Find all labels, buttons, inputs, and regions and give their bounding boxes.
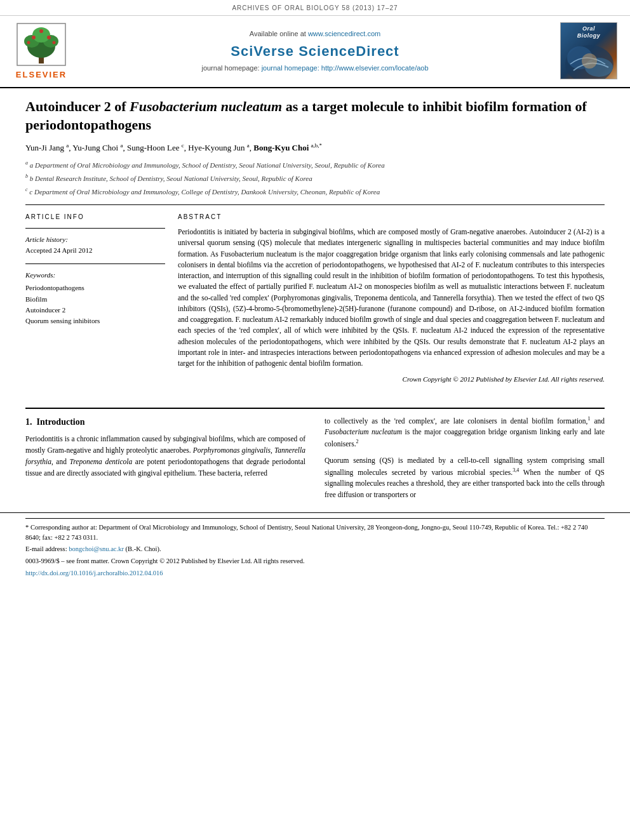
email-footnote: E-mail address: bongchoi@snu.ac.kr (B.-K… <box>25 544 605 554</box>
body-columns: 1. Introduction Periodontitis is a chron… <box>0 415 630 506</box>
journal-bar-text: Archives of Oral Biology 58 (2013) 17–27 <box>232 4 398 11</box>
keyword-4: Quorum sensing inhibitors <box>25 316 165 326</box>
article-info-label: Article Info <box>25 213 165 222</box>
svg-point-8 <box>27 41 30 44</box>
journal-header: ELSEVIER Available online at www.science… <box>0 16 630 88</box>
svg-point-6 <box>47 36 51 39</box>
copyright-text: Crown Copyright © 2012 Published by Else… <box>178 374 605 385</box>
section-1-heading: 1. Introduction <box>25 415 305 429</box>
journal-homepage: journal homepage: journal homepage: http… <box>201 63 428 73</box>
authors-line: Yun-Ji Jang a, Yu-Jung Choi a, Sung-Hoon… <box>25 142 605 154</box>
journal-homepage-url[interactable]: journal homepage: http://www.elsevier.co… <box>262 64 429 72</box>
article-history: Article history: Accepted 24 April 2012 <box>25 235 165 256</box>
svg-point-5 <box>32 36 36 39</box>
abstract-label: Abstract <box>178 213 605 222</box>
accepted-date: Accepted 24 April 2012 <box>25 246 165 255</box>
keyword-3: Autoinducer 2 <box>25 305 165 316</box>
oral-biology-cover: Oral Biology <box>560 22 617 79</box>
doi-link: http://dx.doi.org/10.1016/j.archoralbio.… <box>25 568 605 578</box>
sciverse-title: SciVerse ScienceDirect <box>231 42 399 62</box>
divider-keywords <box>25 263 165 264</box>
footnote-section: * Corresponding author at: Department of… <box>0 512 630 588</box>
page: Archives of Oral Biology 58 (2013) 17–27 <box>0 0 630 840</box>
doi-line: 0003-9969/$ – see front matter. Crown Co… <box>25 556 605 566</box>
cover-image-icon <box>561 36 617 79</box>
svg-point-14 <box>582 53 597 69</box>
history-label: Article history: <box>25 235 165 244</box>
abstract-paragraph: Periodontitis is initiated by bacteria i… <box>178 227 605 369</box>
body-col-right: to collectively as the 'red complex', ar… <box>325 415 605 506</box>
info-abstract-columns: Article Info Article history: Accepted 2… <box>25 213 605 389</box>
intro-paragraph-left: Periodontitis is a chronic inflammation … <box>25 434 305 479</box>
affiliation-b-text: b Dental Research Institute, School of D… <box>30 175 312 182</box>
article-info-column: Article Info Article history: Accepted 2… <box>25 213 165 389</box>
svg-point-9 <box>53 41 56 44</box>
keyword-1: Periodontopathogens <box>25 283 165 293</box>
article-content: Autoinducer 2 of Fusobacterium nucleatum… <box>0 88 630 401</box>
affiliation-c-text: c Department of Oral Microbiology and Im… <box>29 188 380 196</box>
abstract-column: Abstract Periodontitis is initiated by b… <box>178 213 605 389</box>
available-online-text: Available online at www.sciencedirect.co… <box>250 29 380 39</box>
elsevier-wordmark: ELSEVIER <box>16 69 67 81</box>
journal-center-info: Available online at www.sciencedirect.co… <box>76 22 554 81</box>
intro-paragraph-right-2: Quorum sensing (QS) is mediated by a cel… <box>325 455 605 501</box>
affiliation-a-text: a Department of Oral Microbiology and Im… <box>30 161 385 169</box>
sciverse-url[interactable]: www.sciencedirect.com <box>308 30 380 37</box>
keyword-2: Biofilm <box>25 294 165 305</box>
corresponding-author-footnote: * Corresponding author at: Department of… <box>25 523 605 543</box>
divider-after-affiliations <box>25 204 605 205</box>
doi-url[interactable]: http://dx.doi.org/10.1016/j.archoralbio.… <box>25 570 163 577</box>
affiliation-a: a a Department of Oral Microbiology and … <box>25 159 605 170</box>
section-1-title: Introduction <box>37 417 85 427</box>
body-col-left: 1. Introduction Periodontitis is a chron… <box>25 415 305 506</box>
abstract-text: Periodontitis is initiated by bacteria i… <box>178 227 605 385</box>
elsevier-tree-icon <box>16 22 67 67</box>
footnote-divider <box>25 518 605 519</box>
email-link[interactable]: bongchoi@snu.ac.kr <box>69 545 124 552</box>
elsevier-logo: ELSEVIER <box>13 22 70 81</box>
affiliation-c: c c Department of Oral Microbiology and … <box>25 186 605 197</box>
affiliation-b: b b Dental Research Institute, School of… <box>25 173 605 183</box>
intro-paragraph-right-1: to collectively as the 'red complex', ar… <box>325 415 605 450</box>
keywords-label: Keywords: <box>25 270 165 280</box>
keywords-list: Periodontopathogens Biofilm Autoinducer … <box>25 283 165 327</box>
section-1-number: 1. <box>25 417 32 427</box>
journal-bar: Archives of Oral Biology 58 (2013) 17–27 <box>0 0 630 16</box>
svg-point-7 <box>39 29 43 33</box>
oral-biology-cover-label: Oral Biology <box>577 25 601 39</box>
article-title: Autoinducer 2 of Fusobacterium nucleatum… <box>25 98 605 134</box>
body-divider <box>25 408 605 409</box>
article-title-text: Autoinducer 2 of Fusobacterium nucleatum… <box>25 98 587 133</box>
keywords-section: Keywords: Periodontopathogens Biofilm Au… <box>25 270 165 327</box>
divider-article-info <box>25 228 165 229</box>
